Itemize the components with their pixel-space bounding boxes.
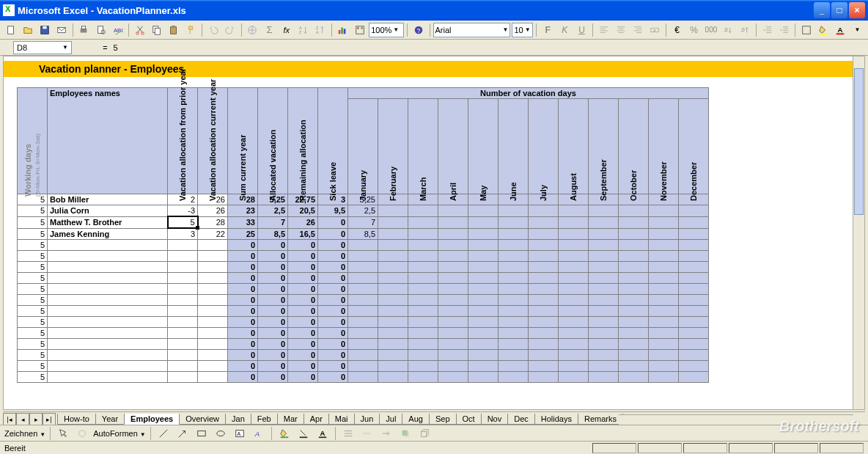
oval-icon[interactable] [213,425,229,442]
sheet-tab-mar[interactable]: Mar [277,414,304,425]
copy-icon[interactable] [150,22,165,38]
select-objects-icon[interactable] [55,425,71,442]
textbox-icon[interactable]: A [232,425,248,442]
dash-style-icon[interactable] [359,425,375,442]
rotate-icon[interactable] [74,425,90,442]
arrow-icon[interactable] [174,425,191,442]
merge-center-icon[interactable]: a [647,22,663,38]
increase-indent-icon[interactable] [776,22,792,38]
borders-icon[interactable] [798,22,814,38]
toolbar-options-icon[interactable]: ▼ [850,22,865,38]
close-button[interactable]: × [849,2,865,18]
rectangle-icon[interactable] [194,425,210,442]
decrease-indent-icon[interactable] [760,22,775,38]
table-row[interactable]: 50000 [18,350,709,361]
autosum-icon[interactable]: Σ [262,22,277,38]
align-left-icon[interactable] [596,22,611,38]
worksheet-area[interactable]: Vacation planner - Employees Working day… [3,56,865,410]
vertical-scrollbar[interactable] [853,56,864,409]
sheet-tab-remarks[interactable]: Remarks [578,414,623,425]
new-icon[interactable] [3,22,18,38]
table-row[interactable]: 50000 [18,295,709,306]
paste-icon[interactable] [166,22,182,38]
zoom-dropdown[interactable]: 100%▼ [369,23,404,37]
sheet-tab-apr[interactable]: Apr [304,414,329,425]
format-painter-icon[interactable] [183,22,199,38]
font-dropdown[interactable]: Arial▼ [433,23,511,37]
3d-icon[interactable] [416,425,433,442]
sheet-tab-year[interactable]: Year [95,414,125,425]
sheet-tab-aug[interactable]: Aug [402,414,430,425]
line-style-icon[interactable] [340,425,356,442]
print-icon[interactable] [76,22,92,38]
font-size-dropdown[interactable]: 10▼ [512,23,533,37]
sheet-tab-overview[interactable]: Overview [179,414,226,425]
table-row[interactable]: 5Matthew T. Brother5283372607 [18,216,709,228]
line-color-icon[interactable] [295,425,312,442]
sort-desc-icon[interactable]: ZA [313,22,328,38]
arrow-style-icon[interactable] [378,425,394,442]
tab-last-icon[interactable]: ▸| [43,413,56,426]
print-preview-icon[interactable] [93,22,108,38]
line-icon[interactable] [155,425,172,442]
save-icon[interactable] [37,22,52,38]
currency-icon[interactable]: € [669,22,685,38]
minimize-button[interactable]: _ [814,2,830,18]
sheet-tab-oct[interactable]: Oct [456,414,482,425]
sheet-tab-how-to[interactable]: How-to [57,414,96,425]
cut-icon[interactable] [132,22,147,38]
hyperlink-icon[interactable] [245,22,260,38]
name-box[interactable]: D8▼ [13,41,72,54]
table-row[interactable]: 50000 [18,240,709,251]
italic-icon[interactable]: K [557,22,573,38]
percent-icon[interactable]: % [686,22,702,38]
formula-value[interactable]: 5 [113,43,117,52]
function-icon[interactable]: fx [279,22,294,38]
undo-icon[interactable] [205,22,221,38]
table-row[interactable]: 50000 [18,273,709,284]
tab-nav[interactable]: |◂ ◂ ▸ ▸| [3,413,56,426]
table-row[interactable]: 50000 [18,251,709,262]
sheet-tab-holidays[interactable]: Holidays [534,414,578,425]
draw-menu[interactable]: Zeichnen ▼ [4,429,45,438]
table-row[interactable]: 5James Kenning322258,516,508,5 [18,228,709,240]
table-row[interactable]: 50000 [18,284,709,295]
table-row[interactable]: 50000 [18,372,709,383]
maximize-button[interactable]: □ [831,2,847,18]
tab-first-icon[interactable]: |◂ [3,413,16,426]
bold-icon[interactable]: F [540,22,555,38]
align-right-icon[interactable] [630,22,645,38]
table-row[interactable]: 5Julia Corn-326232,520,59,52,5 [18,205,709,217]
tab-prev-icon[interactable]: ◂ [16,413,29,426]
sheet-tab-employees[interactable]: Employees [124,414,180,425]
sort-asc-icon[interactable]: AZ [295,22,311,38]
decrease-decimal-icon[interactable]: ,0 [738,22,753,38]
increase-decimal-icon[interactable]: ,0 [721,22,736,38]
data-table[interactable]: Working days(5=Mon-Fri, 6=Mon-Sat)Employ… [17,87,709,383]
font-color-draw-icon[interactable]: A [315,425,331,442]
help-icon[interactable]: ? [411,22,426,38]
font-color-icon[interactable]: A [833,22,848,38]
fill-color-icon[interactable] [816,22,831,38]
align-center-icon[interactable] [613,22,628,38]
shadow-icon[interactable] [397,425,413,442]
tab-next-icon[interactable]: ▸ [29,413,43,426]
table-row[interactable]: 50000 [18,306,709,317]
spell-check-icon[interactable]: ABC [110,22,125,38]
chart-icon[interactable] [335,22,350,38]
redo-icon[interactable] [222,22,238,38]
wordart-icon[interactable]: A [251,425,267,442]
sheet-tab-jul[interactable]: Jul [379,414,402,425]
fill-color-draw-icon[interactable] [276,425,293,442]
table-row[interactable]: 50000 [18,328,709,339]
open-icon[interactable] [20,22,35,38]
sheet-tab-dec[interactable]: Dec [507,414,535,425]
sheet-tab-sep[interactable]: Sep [429,414,457,425]
table-row[interactable]: 50000 [18,317,709,328]
thousands-icon[interactable]: 000 [703,22,718,38]
sheet-tab-jun[interactable]: Jun [354,414,380,425]
email-icon[interactable] [54,22,70,38]
sheet-tab-jan[interactable]: Jan [225,414,251,425]
sheet-tab-nov[interactable]: Nov [481,414,509,425]
drawing-icon[interactable] [352,22,367,38]
